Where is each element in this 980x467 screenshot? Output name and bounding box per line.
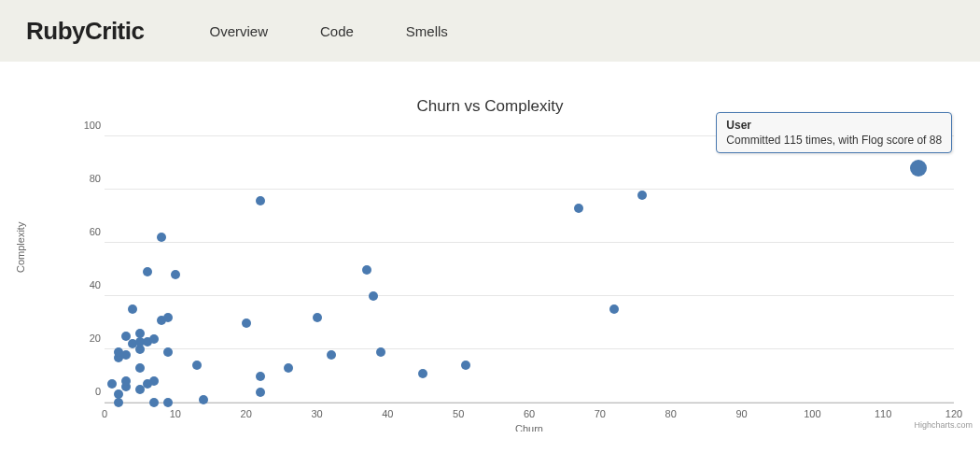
tooltip: UserCommitted 115 times, with Flog score… <box>716 112 952 153</box>
nav-overview[interactable]: Overview <box>209 23 268 39</box>
gridline <box>105 189 954 190</box>
data-point[interactable] <box>637 191 647 200</box>
data-point[interactable] <box>114 398 123 407</box>
data-point[interactable] <box>313 313 322 322</box>
data-point[interactable] <box>107 379 117 389</box>
data-point[interactable] <box>163 347 173 357</box>
y-tick-label: 20 <box>73 333 101 344</box>
y-tick-label: 40 <box>73 279 101 290</box>
chart-credit[interactable]: Highcharts.com <box>914 420 973 430</box>
data-point[interactable] <box>256 196 265 205</box>
data-point[interactable] <box>121 332 131 341</box>
gridline <box>105 295 954 296</box>
y-tick-label: 60 <box>73 226 101 237</box>
scatter-plot[interactable]: Churn 0204060801000102030405060708090100… <box>105 123 954 403</box>
nav-smells[interactable]: Smells <box>406 23 448 39</box>
data-point[interactable] <box>135 345 145 354</box>
data-point[interactable] <box>149 334 159 344</box>
data-point[interactable] <box>135 363 145 373</box>
nav-code[interactable]: Code <box>320 23 354 39</box>
y-axis-label: Complexity <box>15 222 26 273</box>
data-point[interactable] <box>284 363 293 373</box>
x-tick-label: 120 <box>945 408 962 419</box>
data-point[interactable] <box>192 361 202 370</box>
data-point[interactable] <box>135 329 145 338</box>
data-point[interactable] <box>114 389 123 399</box>
data-point[interactable] <box>149 398 159 407</box>
nav-menu: Overview Code Smells <box>209 23 447 39</box>
data-point[interactable] <box>376 347 385 357</box>
data-point[interactable] <box>256 372 265 381</box>
plot-wrap: Complexity Churn 02040608010001020304050… <box>73 123 954 422</box>
gridline <box>105 348 954 349</box>
data-point[interactable] <box>149 376 159 386</box>
y-tick-label: 100 <box>73 120 101 131</box>
data-point[interactable] <box>143 267 152 276</box>
data-point[interactable] <box>242 318 251 328</box>
data-point[interactable] <box>369 291 378 301</box>
data-point[interactable] <box>171 270 180 279</box>
x-tick-label: 50 <box>453 408 464 419</box>
x-tick-label: 90 <box>735 408 747 419</box>
x-axis-label: Churn <box>515 423 543 432</box>
data-point[interactable] <box>418 369 427 378</box>
data-point[interactable] <box>256 388 265 397</box>
x-tick-label: 80 <box>665 408 677 419</box>
app-logo[interactable]: RubyCritic <box>26 17 144 46</box>
data-point[interactable] <box>121 376 131 386</box>
data-point[interactable] <box>163 398 173 407</box>
data-point[interactable] <box>362 265 371 275</box>
x-tick-label: 40 <box>382 408 393 419</box>
x-tick-label: 20 <box>241 408 252 419</box>
data-point[interactable] <box>461 361 470 370</box>
x-tick-label: 100 <box>804 408 820 419</box>
header-bar: RubyCritic Overview Code Smells <box>0 0 980 62</box>
data-point[interactable] <box>199 395 208 404</box>
tooltip-title: User <box>726 119 942 132</box>
y-tick-label: 80 <box>73 173 101 184</box>
data-point[interactable] <box>609 304 619 314</box>
x-tick-label: 70 <box>595 408 606 419</box>
gridline <box>105 402 954 403</box>
data-point[interactable] <box>910 160 927 177</box>
data-point[interactable] <box>157 233 166 242</box>
data-point[interactable] <box>128 304 137 314</box>
data-point[interactable] <box>574 204 583 213</box>
x-tick-label: 110 <box>875 408 891 419</box>
tooltip-body: Committed 115 times, with Flog score of … <box>726 134 942 147</box>
x-tick-label: 10 <box>170 408 181 419</box>
x-tick-label: 60 <box>524 408 535 419</box>
data-point[interactable] <box>327 350 336 360</box>
x-tick-label: 0 <box>102 408 107 419</box>
y-tick-label: 0 <box>73 386 101 397</box>
data-point[interactable] <box>163 313 173 322</box>
data-point[interactable] <box>121 350 131 360</box>
x-tick-label: 30 <box>311 408 322 419</box>
gridline <box>105 242 954 243</box>
chart-container: Churn vs Complexity Complexity Churn 020… <box>0 62 980 432</box>
